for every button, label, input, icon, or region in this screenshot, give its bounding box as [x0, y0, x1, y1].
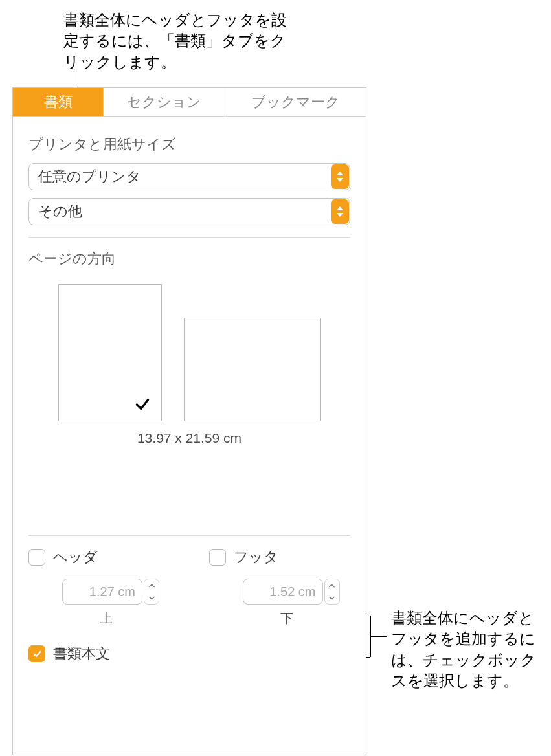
orientation-landscape-button[interactable]: [184, 318, 321, 421]
footer-checkbox-label: フッタ: [234, 548, 278, 567]
chevron-up-icon: [337, 172, 343, 175]
header-footer-section: ヘッダ 1.27 cm 上: [28, 548, 350, 663]
paper-size-value: その他: [28, 198, 350, 225]
header-margin-stepper-buttons: [144, 579, 159, 605]
stepper-up-button[interactable]: [144, 579, 159, 592]
callout-line: [74, 72, 74, 87]
footer-margin-position-label: 下: [280, 610, 293, 627]
panel-content: プリンタと用紙サイズ 任意のプリンタ その他 ページの方向: [13, 117, 366, 691]
header-block: ヘッダ 1.27 cm 上: [28, 548, 170, 627]
orientation-options: [28, 284, 350, 421]
stepper-down-button[interactable]: [325, 592, 339, 604]
orientation-portrait-button[interactable]: [58, 284, 162, 421]
chevron-down-icon: [337, 213, 343, 217]
dropdown-button-icon[interactable]: [331, 199, 349, 224]
tab-document[interactable]: 書類: [13, 88, 104, 116]
footer-margin-stepper: 1.52 cm: [243, 579, 340, 605]
document-body-checkbox-label: 書類本文: [53, 644, 110, 663]
header-checkbox[interactable]: [28, 549, 45, 566]
page-dimensions-label: 13.97 x 21.59 cm: [28, 430, 350, 446]
footer-block: フッタ 1.52 cm 下: [209, 548, 351, 627]
page-orientation-title: ページの方向: [28, 249, 350, 269]
chevron-down-icon: [337, 178, 343, 182]
tab-bar: 書類 セクション ブックマーク: [13, 88, 366, 117]
footer-margin-stepper-buttons: [324, 579, 340, 605]
checkmark-icon: [133, 395, 152, 414]
document-body-checkbox[interactable]: [28, 645, 45, 662]
header-margin-input[interactable]: 1.27 cm: [62, 579, 142, 605]
header-checkbox-row[interactable]: ヘッダ: [28, 548, 98, 567]
paper-size-select[interactable]: その他: [28, 198, 350, 225]
stepper-down-button[interactable]: [144, 592, 159, 604]
tab-bookmarks[interactable]: ブックマーク: [225, 88, 366, 116]
divider: [28, 237, 350, 238]
header-margin-stepper: 1.27 cm: [62, 579, 159, 605]
footer-checkbox[interactable]: [209, 549, 226, 566]
document-inspector-panel: 書類 セクション ブックマーク プリンタと用紙サイズ 任意のプリンタ その他 ペ…: [12, 87, 366, 755]
printer-select-value: 任意のプリンタ: [28, 163, 350, 190]
footer-margin-input[interactable]: 1.52 cm: [243, 579, 323, 605]
header-margin-position-label: 上: [100, 610, 113, 627]
printer-select[interactable]: 任意のプリンタ: [28, 163, 350, 190]
header-checkbox-label: ヘッダ: [53, 548, 98, 567]
footer-checkbox-row[interactable]: フッタ: [209, 548, 278, 567]
dropdown-button-icon[interactable]: [331, 164, 349, 189]
stepper-up-button[interactable]: [325, 579, 339, 592]
callout-top-text: 書類全体にヘッダとフッタを設定するには、「書類」タブをクリックします。: [63, 10, 290, 72]
document-body-checkbox-row[interactable]: 書類本文: [28, 644, 350, 663]
printer-paper-title: プリンタと用紙サイズ: [28, 135, 350, 154]
tab-section[interactable]: セクション: [104, 88, 225, 116]
callout-right-text: 書類全体にヘッダとフッタを追加するには、チェックボックスを選択します。: [391, 608, 545, 692]
chevron-up-icon: [337, 206, 343, 210]
divider: [28, 535, 350, 536]
callout-bracket: [370, 636, 387, 637]
